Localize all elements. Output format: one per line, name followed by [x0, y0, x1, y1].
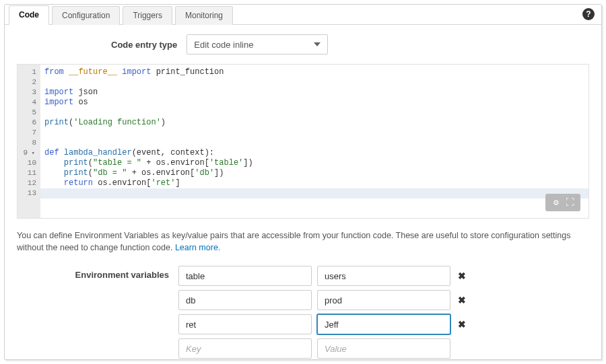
tab-configuration[interactable]: Configuration [52, 6, 120, 25]
env-var-key-input[interactable] [178, 338, 312, 359]
remove-env-var-icon[interactable]: ✖ [456, 270, 468, 281]
environment-variables-label: Environment variables [17, 266, 169, 359]
env-var-key-input[interactable] [178, 266, 312, 286]
tab-bar: CodeConfigurationTriggersMonitoring? [5, 5, 601, 25]
chevron-down-icon [314, 42, 321, 46]
code-entry-type-value: Edit code inline [194, 40, 253, 50]
env-var-row [178, 338, 468, 359]
env-var-key-input[interactable] [178, 290, 312, 310]
code-entry-type-label: Code entry type [111, 40, 177, 50]
editor-settings-icon[interactable]: ⚙ [549, 196, 563, 209]
editor-cursor-line [40, 188, 588, 198]
editor-fullscreen-icon[interactable]: ⛶ [563, 196, 576, 209]
panel-body: Code entry type Edit code inline 1234567… [5, 25, 601, 360]
environment-variables-section: Environment variables ✖✖✖ [17, 266, 589, 359]
env-var-description: You can define Environment Variables as … [17, 229, 589, 254]
tab-code[interactable]: Code [9, 5, 49, 25]
code-editor[interactable]: 123456789 ▾10111213 from __future__ impo… [17, 64, 589, 219]
env-var-value-input[interactable] [317, 314, 450, 334]
editor-controls: ⚙ ⛶ [545, 194, 580, 211]
env-var-key-input[interactable] [178, 314, 312, 334]
remove-env-var-icon[interactable]: ✖ [456, 295, 468, 305]
editor-gutter: 123456789 ▾10111213 [18, 65, 40, 218]
env-var-value-input[interactable] [317, 338, 450, 359]
env-var-row: ✖ [178, 266, 468, 286]
tab-triggers[interactable]: Triggers [123, 6, 172, 25]
env-var-description-text: You can define Environment Variables as … [17, 231, 570, 252]
help-icon[interactable]: ? [582, 8, 595, 20]
lambda-code-panel: CodeConfigurationTriggersMonitoring? Cod… [4, 4, 602, 360]
tab-monitoring[interactable]: Monitoring [175, 6, 233, 25]
code-entry-row: Code entry type Edit code inline [17, 34, 589, 54]
env-var-row: ✖ [178, 290, 468, 310]
remove-env-var-icon[interactable]: ✖ [456, 319, 468, 330]
code-entry-type-select[interactable]: Edit code inline [187, 34, 328, 54]
environment-variables-rows: ✖✖✖ [178, 266, 468, 359]
env-var-value-input[interactable] [317, 266, 450, 286]
env-var-value-input[interactable] [317, 290, 450, 310]
editor-code-area[interactable]: from __future__ import print_function im… [40, 65, 588, 218]
env-var-row: ✖ [178, 314, 468, 334]
learn-more-link[interactable]: Learn more. [175, 243, 220, 252]
